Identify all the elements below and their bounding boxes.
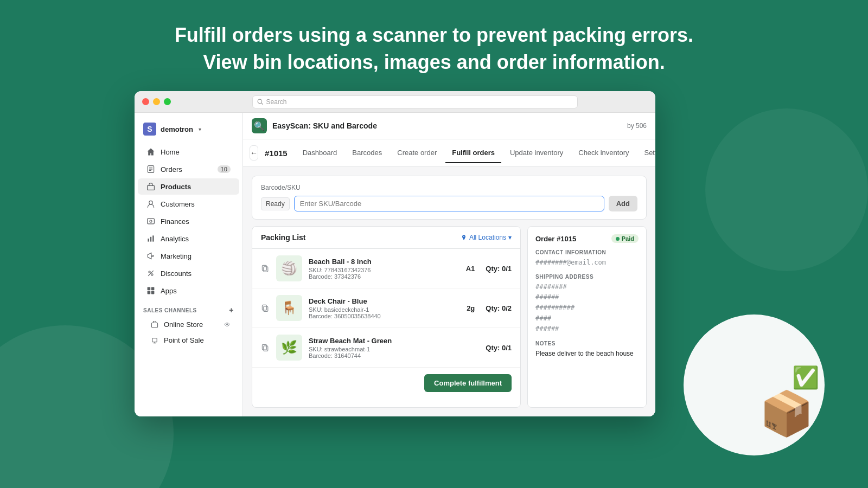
tab-fulfill-orders[interactable]: Fulfill orders [445,143,501,163]
bg-decoration-2 [705,108,868,271]
orders-badge: 10 [218,165,231,173]
svg-point-7 [149,201,152,204]
svg-rect-22 [154,343,156,343]
sidebar-label-apps: Apps [161,287,177,295]
shipping-value: ################################## [535,282,639,334]
eye-icon[interactable]: 👁 [224,321,231,329]
sales-channels-label: SALES CHANNELS + [135,299,242,317]
sidebar-item-pos[interactable]: Point of Sale [138,333,239,348]
location-filter-label: All Locations [469,234,506,241]
barcode-label: Barcode/SKU [261,184,637,191]
packing-item-3: 🌿 Straw Beach Mat - Green SKU: strawbeac… [252,328,520,368]
complete-fulfillment-button[interactable]: Complete fulfillment [424,374,512,392]
close-button[interactable] [142,98,149,105]
svg-rect-8 [148,219,155,224]
sidebar-item-online-store[interactable]: Online Store 👁 [138,317,239,332]
paid-label: Paid [622,235,634,242]
illus-emoji: 📦 [760,388,814,439]
apps-icon [146,286,155,295]
app-window: Search S demotron ▾ Home Orders 10 [135,91,655,416]
sidebar-item-marketing[interactable]: Marketing [138,248,239,264]
title-bar: Search [135,91,655,113]
location-chevron-icon: ▾ [508,234,512,241]
content-row: Packing List All Locations ▾ 🏐 [252,226,647,408]
tab-settings[interactable]: Settings [637,143,655,163]
sidebar-item-customers[interactable]: Customers [138,196,239,212]
sidebar-item-orders[interactable]: Orders 10 [138,161,239,177]
ready-badge: Ready [261,197,290,210]
tab-barcodes[interactable]: Barcodes [346,143,388,163]
notes-value: Please deliver to the beach house [535,349,639,358]
copy-icon-3[interactable] [261,343,270,352]
store-logo-icon: S [143,123,156,136]
add-button[interactable]: Add [609,196,637,211]
paid-dot [616,237,620,241]
sidebar-label-discounts: Discounts [161,269,192,278]
sidebar: S demotron ▾ Home Orders 10 Products Cus… [135,113,243,416]
sidebar-item-finances[interactable]: Finances [138,213,239,229]
add-sales-channel-button[interactable]: + [229,306,234,314]
sidebar-label-marketing: Marketing [161,252,192,260]
svg-rect-24 [264,267,268,272]
minimize-button[interactable] [153,98,160,105]
online-store-icon [151,321,158,329]
tab-bar: ← #1015 Dashboard Barcodes Create order … [243,139,655,167]
svg-rect-11 [150,237,151,242]
inner-content: Barcode/SKU Ready Add Packing List [243,167,655,416]
copy-icon-1[interactable] [261,264,270,273]
analytics-icon [146,234,155,243]
order-number: #1015 [265,149,288,158]
item-qty-2: Qty: 0/2 [486,304,512,312]
item-info-2: Deck Chair - Blue SKU: basicdeckchair-1 … [309,297,460,319]
item-location-1: A1 [466,265,475,273]
contact-value: ########@email.com [535,258,639,267]
packing-item-1: 🏐 Beach Ball - 8 inch SKU: 7784316734237… [252,249,520,288]
packing-list-panel: Packing List All Locations ▾ 🏐 [252,226,521,408]
sidebar-label-customers: Customers [161,200,195,208]
marketing-icon [146,252,155,260]
sidebar-item-analytics[interactable]: Analytics [138,230,239,247]
tab-create-order[interactable]: Create order [391,143,443,163]
item-location-2: 2g [467,304,475,312]
sidebar-label-analytics: Analytics [161,235,189,243]
item-name-2: Deck Chair - Blue [309,297,460,305]
item-name-3: Straw Beach Mat - Green [309,337,468,345]
tab-dashboard[interactable]: Dashboard [296,143,344,163]
orders-icon [146,165,155,174]
svg-rect-17 [151,287,155,291]
item-barcode-2: Barcode: 36050035638440 [309,313,460,319]
svg-rect-16 [148,287,151,291]
svg-rect-12 [152,235,154,241]
maximize-button[interactable] [164,98,171,105]
products-icon [146,182,155,191]
item-barcode-3: Barcode: 31640744 [309,352,468,359]
main-layout: S demotron ▾ Home Orders 10 Products Cus… [135,113,655,416]
barcode-input[interactable] [294,196,604,211]
item-qty-3: Qty: 0/1 [486,344,512,352]
svg-rect-18 [148,291,151,294]
order-panel-header: Order #1015 Paid [535,234,639,243]
svg-rect-6 [148,185,155,190]
sidebar-item-discounts[interactable]: Discounts [138,265,239,281]
store-header[interactable]: S demotron ▾ [135,117,242,141]
sidebar-item-apps[interactable]: Apps [138,282,239,299]
tab-update-inventory[interactable]: Update inventory [503,143,570,163]
packing-item-2: 🪑 Deck Chair - Blue SKU: basicdeckchair-… [252,288,520,328]
svg-rect-20 [151,323,157,327]
item-info-3: Straw Beach Mat - Green SKU: strawbeachm… [309,337,468,359]
title-search: Search [252,95,578,108]
sidebar-item-home[interactable]: Home [138,144,239,160]
item-image-2: 🪑 [276,295,302,321]
svg-rect-19 [151,291,155,294]
item-qty-1: Qty: 0/1 [486,265,512,273]
tab-check-inventory[interactable]: Check inventory [572,143,635,163]
svg-rect-26 [264,306,268,312]
location-filter[interactable]: All Locations ▾ [461,234,512,241]
copy-icon-2[interactable] [261,304,270,312]
app-logo-icon: 🔍 [252,118,267,133]
back-button[interactable]: ← [250,145,258,160]
traffic-lights [142,98,171,105]
sidebar-label-finances: Finances [161,217,189,226]
sidebar-label-online-store: Online Store [164,320,203,329]
sidebar-item-products[interactable]: Products [138,178,239,195]
